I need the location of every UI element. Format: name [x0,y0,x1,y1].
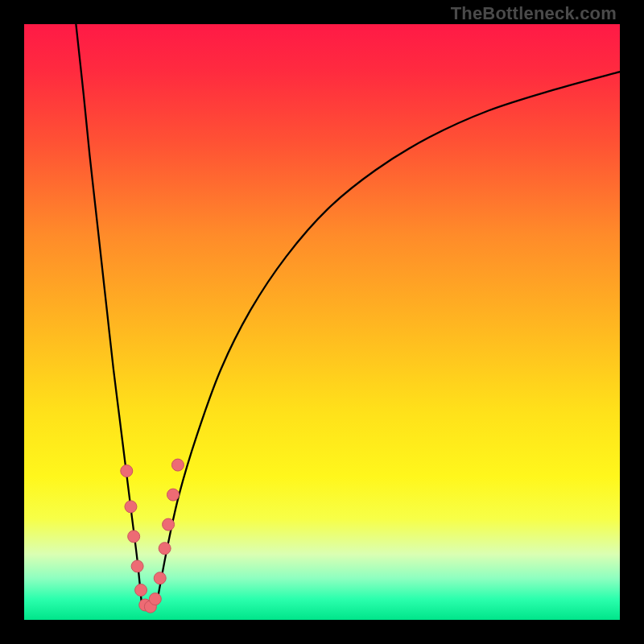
watermark-text: TheBottleneck.com [451,3,617,24]
marker-point [128,530,140,543]
marker-group [121,459,184,613]
marker-point [125,501,137,513]
marker-point [171,459,184,471]
marker-point [159,543,171,555]
plot-area [24,24,620,620]
marker-point [167,489,180,501]
chart-frame: TheBottleneck.com [0,0,644,644]
marker-point [121,465,133,477]
curve-layer [24,24,620,620]
marker-point [149,593,161,605]
marker-point [135,584,147,597]
bottleneck-curve-right [157,72,620,602]
marker-point [131,560,143,572]
marker-point [154,572,166,584]
bottleneck-curve-left [76,24,141,602]
marker-point [163,518,175,530]
